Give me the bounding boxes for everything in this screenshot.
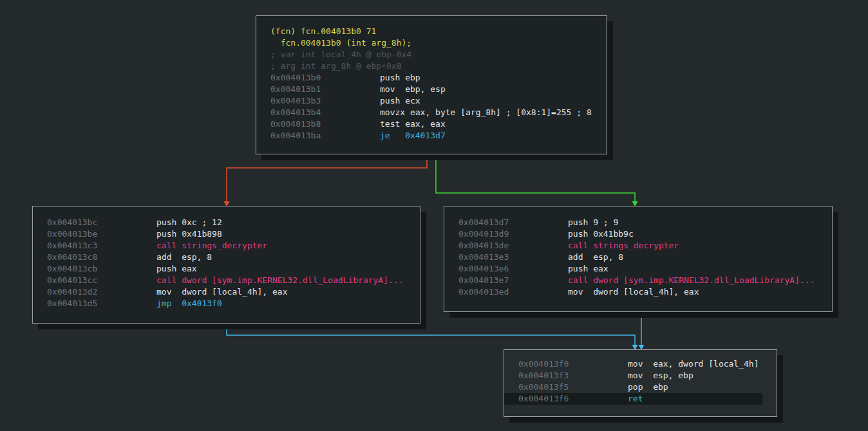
instruction-text: movzx eax, byte [arg_8h] ; [0x8:1]=255 ;… <box>380 107 592 117</box>
instruction-text: push 9 ; 9 <box>568 217 618 227</box>
asm-row[interactable]: 0x004013decall strings_decrypter <box>444 240 832 252</box>
instruction-address: 0x004013b0 <box>270 72 380 84</box>
asm-row[interactable]: 0x004013d7push 9 ; 9 <box>444 217 832 228</box>
jmp-edge <box>227 324 635 345</box>
instruction-address: 0x004013ba <box>270 130 380 142</box>
instruction-address: 0x004013c3 <box>47 240 156 252</box>
instruction-address: 0x004013d9 <box>458 228 568 240</box>
instruction-text: mov esp, ebp <box>628 371 693 380</box>
instruction-text: pop ebp <box>628 382 668 392</box>
asm-row[interactable]: 0x004013e6push eax <box>444 263 832 275</box>
instruction-address: 0x004013f3 <box>518 370 628 381</box>
basic-block-entry-0x004013b0[interactable]: (fcn) fcn.004013b0 71 fcn.004013b0 (int … <box>256 15 607 154</box>
instruction-address: 0x004013f0 <box>518 358 628 370</box>
asm-row[interactable]: 0x004013cccall dword [sym.imp.KERNEL32.d… <box>33 275 420 286</box>
asm-row[interactable]: 0x004013b4movzx eax, byte [arg_8h] ; [0x… <box>256 107 607 118</box>
asm-row[interactable]: 0x004013f0mov eax, dword [local_4h] <box>504 358 777 370</box>
instruction-address: 0x004013b8 <box>270 118 380 130</box>
asm-row-selected[interactable]: 0x004013f6ret <box>504 393 762 405</box>
asm-row[interactable]: 0x004013d2mov dword [local_4h], eax <box>33 286 420 298</box>
instruction-address: 0x004013e7 <box>458 275 568 286</box>
graph-canvas[interactable]: (fcn) fcn.004013b0 71 fcn.004013b0 (int … <box>0 0 868 431</box>
asm-row[interactable]: 0x004013b8test eax, eax <box>256 118 607 130</box>
asm-row[interactable]: 0x004013d5jmp 0x4013f0 <box>33 298 420 309</box>
instruction-text: ... <box>388 275 403 285</box>
instruction-address: 0x004013d5 <box>47 298 156 309</box>
instruction-text: (fcn) fcn.004013b0 71 <box>270 26 376 36</box>
asm-row[interactable]: 0x004013edmov dword [local_4h], eax <box>444 286 832 298</box>
instruction-address: 0x004013e3 <box>458 252 568 263</box>
instruction-text: mov dword [local_4h], eax <box>568 287 699 297</box>
instruction-address: 0x004013b4 <box>270 107 380 118</box>
instruction-text: call strings_decrypter <box>156 241 267 250</box>
instruction-text: ; arg int arg_8h @ ebp+0x8 <box>270 61 402 71</box>
instruction-text: mov ebp, esp <box>380 84 446 94</box>
instruction-text: call strings_decrypter <box>568 241 679 250</box>
asm-row[interactable]: 0x004013baje 0x4013d7 <box>256 130 607 142</box>
asm-row[interactable]: fcn.004013b0 (int arg_8h); <box>256 37 607 49</box>
instruction-address: 0x004013f5 <box>518 381 628 393</box>
instruction-text: push eax <box>568 264 609 273</box>
basic-block-exit-0x004013f0[interactable]: 0x004013f0mov eax, dword [local_4h]0x004… <box>504 349 777 417</box>
instruction-text: push ebp <box>380 73 420 82</box>
instruction-text: mov eax, dword [local_4h] <box>628 359 759 369</box>
asm-row[interactable]: 0x004013bcpush 0xc ; 12 <box>33 217 420 228</box>
instruction-text: push ecx <box>380 96 420 105</box>
asm-row[interactable]: 0x004013b1mov ebp, esp <box>256 84 607 95</box>
asm-row[interactable]: (fcn) fcn.004013b0 71 <box>256 26 607 37</box>
asm-row[interactable]: 0x004013b0push ebp <box>256 72 607 84</box>
instruction-text: ret <box>628 394 643 403</box>
asm-row[interactable]: 0x004013bepush 0x41b898 <box>33 228 420 240</box>
instruction-text: add esp, 8 <box>568 252 623 262</box>
instruction-text: push 0xc ; 12 <box>156 217 222 227</box>
instruction-address: 0x004013b1 <box>270 84 380 95</box>
instruction-text: add esp, 8 <box>156 252 212 262</box>
false-branch-edge <box>227 154 427 201</box>
instruction-text: ... <box>800 275 815 285</box>
asm-row[interactable]: 0x004013f3mov esp, ebp <box>504 370 777 381</box>
instruction-address: 0x004013b3 <box>270 95 380 107</box>
instruction-address: 0x004013bc <box>47 217 156 228</box>
basic-block-0x004013bc[interactable]: 0x004013bcpush 0xc ; 120x004013bepush 0x… <box>32 206 420 324</box>
instruction-address: 0x004013c8 <box>47 252 156 263</box>
instruction-text: jmp 0x4013f0 <box>156 298 222 308</box>
instruction-text: push 0x41b898 <box>156 229 222 239</box>
instruction-address: 0x004013cc <box>47 275 156 286</box>
instruction-text: call dword [sym.imp.KERNEL32.dll_LoadLib… <box>568 275 800 285</box>
instruction-text: push 0x41bb9c <box>568 229 634 239</box>
true-branch-edge <box>436 154 635 201</box>
instruction-text: fcn.004013b0 (int arg_8h); <box>270 38 411 48</box>
asm-row[interactable]: 0x004013d9push 0x41bb9c <box>444 228 832 240</box>
asm-row[interactable]: ; var int local_4h @ ebp-0x4 <box>256 49 607 60</box>
instruction-address: 0x004013f6 <box>518 393 628 405</box>
asm-row[interactable]: 0x004013c8add esp, 8 <box>33 252 420 263</box>
instruction-address: 0x004013cb <box>47 263 156 275</box>
asm-row[interactable]: 0x004013e3add esp, 8 <box>444 252 832 263</box>
asm-row[interactable]: 0x004013e7call dword [sym.imp.KERNEL32.d… <box>444 275 832 286</box>
instruction-address: 0x004013e6 <box>458 263 568 275</box>
instruction-text: je 0x4013d7 <box>380 131 446 140</box>
instruction-text: push eax <box>156 264 197 273</box>
instruction-address: 0x004013de <box>458 240 568 252</box>
asm-row[interactable]: 0x004013b3push ecx <box>256 95 607 107</box>
basic-block-0x004013d7[interactable]: 0x004013d7push 9 ; 90x004013d9push 0x41b… <box>444 206 833 312</box>
asm-row[interactable]: ; arg int arg_8h @ ebp+0x8 <box>256 60 607 72</box>
instruction-address: 0x004013be <box>47 228 156 240</box>
instruction-address: 0x004013d7 <box>458 217 568 228</box>
instruction-text: mov dword [local_4h], eax <box>156 287 288 297</box>
instruction-address: 0x004013ed <box>458 286 568 298</box>
instruction-text: call dword [sym.imp.KERNEL32.dll_LoadLib… <box>156 275 388 285</box>
asm-row[interactable]: 0x004013f5pop ebp <box>504 381 777 393</box>
asm-row[interactable]: 0x004013c3call strings_decrypter <box>33 240 420 252</box>
instruction-text: test eax, eax <box>380 119 446 129</box>
asm-row[interactable]: 0x004013cbpush eax <box>33 263 420 275</box>
instruction-address: 0x004013d2 <box>47 286 156 298</box>
instruction-text: ; var int local_4h @ ebp-0x4 <box>270 50 411 59</box>
